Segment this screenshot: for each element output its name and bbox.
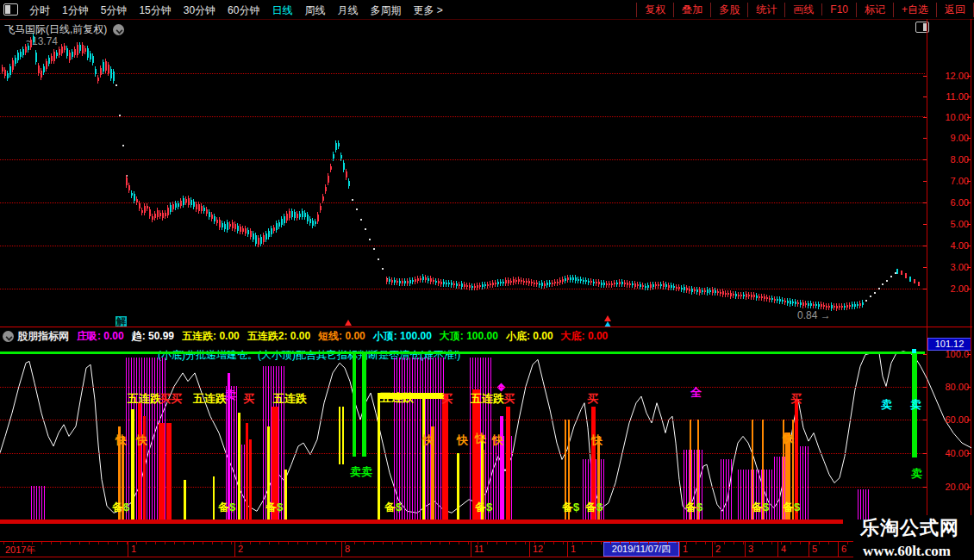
date-minor-tick (165, 542, 165, 544)
suspension-dot (874, 292, 876, 294)
candle (513, 279, 515, 283)
candle (704, 290, 706, 293)
candle (609, 283, 610, 285)
menu-item-分时[interactable]: 分时 (23, 4, 56, 16)
suspension-dot (365, 228, 366, 230)
candle (190, 200, 192, 205)
date-month-label: 11 (474, 544, 484, 554)
candle (53, 52, 55, 60)
tool-item-多股[interactable]: 多股 (710, 3, 747, 17)
candle (715, 290, 716, 293)
candle (854, 304, 856, 306)
indicator-chevron-icon[interactable] (3, 331, 14, 342)
date-minor-tick (620, 542, 621, 544)
candle (802, 302, 804, 305)
tool-item-标记[interactable]: 标记 (856, 3, 893, 17)
indicator-bar (339, 407, 340, 465)
candle (59, 49, 60, 55)
price-axis-label: 11.00 (929, 91, 969, 102)
suspension-dot (369, 239, 371, 240)
menu-item-5分钟[interactable]: 5分钟 (95, 4, 134, 16)
chart-title-row: 飞马国际(日线,前复权) (4, 22, 124, 37)
price-axis-label: 7.00 (929, 176, 969, 186)
menu-item-15分钟[interactable]: 15分钟 (133, 4, 177, 16)
tool-item-画线[interactable]: 画线 (784, 3, 821, 17)
axis-border-outer[interactable] (971, 19, 971, 558)
date-minor-tick (222, 542, 222, 544)
date-minor-tick (155, 542, 156, 544)
price-axis-label: 8.00 (929, 154, 969, 165)
indicator-text-五连跌: 五连跌 (128, 391, 161, 407)
candle (681, 288, 683, 289)
date-minor-tick (203, 542, 203, 544)
date-minor-tick (629, 542, 630, 544)
candle (322, 196, 324, 201)
chevron-down-icon[interactable] (113, 24, 124, 35)
indicator-text-快: 快 (591, 432, 603, 448)
candle (578, 279, 579, 281)
menu-item-60分钟[interactable]: 60分钟 (222, 4, 265, 16)
candle (702, 290, 703, 292)
candle (100, 68, 102, 74)
candle (784, 301, 786, 302)
date-divider (567, 541, 568, 557)
date-minor-tick (449, 542, 450, 544)
date-month-label: 3 (748, 544, 753, 554)
candle (92, 56, 94, 63)
date-minor-tick (269, 542, 270, 544)
candle (77, 45, 78, 54)
menu-item-月线[interactable]: 月线 (331, 4, 364, 16)
menu-item-多周期[interactable]: 多周期 (364, 4, 407, 16)
candle (495, 283, 496, 285)
suspension-dot (378, 258, 379, 260)
date-month-label: 2 (238, 544, 243, 554)
candle (634, 283, 636, 287)
axis-tick (923, 453, 927, 454)
menu-item-日线[interactable]: 日线 (265, 4, 298, 16)
candle (567, 277, 569, 281)
suspension-dot (878, 288, 880, 289)
date-month-label: 1 (131, 544, 136, 554)
candle (340, 155, 342, 159)
tool-item-F10[interactable]: F10 (821, 3, 856, 16)
indicator-header-item: 大顶: 100.00 (440, 329, 498, 344)
candle (658, 284, 659, 286)
candle (901, 271, 902, 275)
candle (66, 48, 68, 56)
tool-item-复权[interactable]: 复权 (636, 3, 673, 17)
menu-item-周线[interactable]: 周线 (298, 4, 331, 16)
candle (859, 303, 861, 305)
tool-item-叠加[interactable]: 叠加 (673, 3, 710, 17)
candle (774, 299, 776, 301)
candle (328, 176, 329, 184)
tool-item-返回[interactable]: 返回 (936, 3, 974, 17)
date-minor-tick (117, 542, 118, 544)
indicator-bar (138, 403, 141, 520)
panel-layout-icon[interactable] (3, 3, 18, 16)
panel-divider[interactable] (0, 327, 972, 327)
candle (593, 282, 595, 283)
indicator-bar (246, 423, 248, 520)
candle (818, 304, 820, 306)
menu-item-30分钟[interactable]: 30分钟 (178, 4, 222, 16)
tool-item-统计[interactable]: 统计 (747, 3, 784, 17)
menu-item-1分钟[interactable]: 1分钟 (56, 4, 95, 16)
candle (9, 66, 11, 75)
date-minor-tick (297, 542, 298, 544)
axis-tick (923, 387, 927, 388)
date-minor-tick (411, 542, 412, 544)
menu-item-更多 >[interactable]: 更多 > (407, 4, 448, 16)
candle (17, 53, 19, 61)
indicator-header-item: 小底: 0.00 (506, 329, 553, 344)
period-menu: 分时1分钟5分钟15分钟30分钟60分钟日线周线月线多周期更多 > (23, 2, 449, 18)
candle (286, 214, 288, 221)
price-gridline (0, 73, 925, 74)
tool-item-+自选[interactable]: +自选 (893, 3, 936, 17)
candle (304, 213, 306, 217)
magenta-bar-cluster (31, 486, 45, 520)
axis-tick (923, 138, 927, 139)
candle (671, 285, 672, 288)
indicator-bar (284, 470, 287, 520)
date-minor-tick (89, 542, 90, 544)
candle (90, 53, 91, 60)
